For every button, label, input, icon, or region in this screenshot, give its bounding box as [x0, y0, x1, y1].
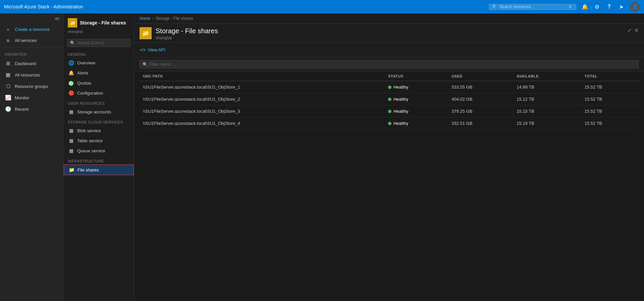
col-total[interactable]: TOTAL — [581, 71, 639, 81]
blob-icon: ▦ — [68, 128, 74, 133]
section-user-resources: USER RESOURCES — [64, 98, 134, 107]
nav-item-overview[interactable]: 🌐 Overview — [64, 58, 134, 68]
resource-groups-icon: ⬡ — [5, 83, 11, 89]
sidebar: ≪ + Create a resource ≡ All services FAV… — [0, 13, 64, 301]
status-dot — [388, 110, 391, 113]
cell-unc-path: \\SU1FileServer.azurestack.local\SU1_Obj… — [140, 81, 385, 93]
filter-bar: 🔍 — [134, 57, 644, 71]
cell-used: 404.02 GB — [448, 93, 513, 105]
expand-icon[interactable]: ⤢ — [627, 27, 632, 34]
breadcrumb-current: Storage - File shares — [156, 16, 193, 21]
table-wrap: UNC PATH STATUS USED AVAILABLE TOTAL \\S… — [134, 71, 644, 301]
status-dot — [388, 122, 391, 125]
sidebar-item-all-services[interactable]: ≡ All services — [0, 35, 63, 46]
favorites-label: FAVORITES — [0, 49, 63, 58]
view-api-button[interactable]: </> View API — [140, 46, 165, 54]
col-status[interactable]: STATUS — [385, 71, 448, 81]
status-text: Healthy — [393, 121, 408, 126]
feedback-icon[interactable]: ➤ — [616, 2, 626, 11]
cell-status: Healthy — [385, 117, 448, 130]
table-icon: ▦ — [68, 138, 74, 143]
configuration-icon: 🔴 — [68, 90, 74, 96]
filter-container[interactable]: 🔍 — [140, 60, 639, 68]
search-input[interactable] — [499, 4, 567, 9]
cell-used: 379.25 GB — [448, 105, 513, 117]
file-shares-icon: 📁 — [68, 167, 75, 172]
status-dot — [388, 86, 391, 89]
bars-icon: ≡ — [5, 38, 11, 43]
section-general: GENERAL — [64, 49, 134, 58]
sidebar-item-all-resources[interactable]: ▦ All resources — [0, 69, 63, 81]
nav-item-quotas[interactable]: ⬤ Quotas — [64, 78, 134, 88]
sidebar-item-create[interactable]: + Create a resource — [0, 24, 63, 35]
cell-unc-path: \\SU1FileServer.azurestack.local\SU1_Obj… — [140, 93, 385, 105]
filter-input[interactable] — [150, 62, 636, 67]
table-row[interactable]: \\SU1FileServer.azurestack.local\SU1_Obj… — [140, 93, 639, 105]
cell-available: 15.12 TB — [513, 93, 581, 105]
breadcrumb: Home › Storage - File shares — [134, 13, 644, 24]
status-dot — [388, 98, 391, 101]
help-icon[interactable]: ? — [604, 2, 614, 11]
breadcrumb-home[interactable]: Home — [140, 16, 150, 21]
status-text: Healthy — [393, 97, 408, 102]
cell-unc-path: \\SU1FileServer.azurestack.local\SU1_Obj… — [140, 117, 385, 130]
nav-search-icon: 🔍 — [70, 41, 75, 45]
sidebar-item-recent[interactable]: 🕐 Recent — [0, 103, 63, 115]
queue-icon: ▦ — [68, 148, 74, 153]
sidebar-item-resource-groups[interactable]: ⬡ Resource groups — [0, 81, 63, 92]
col-unc-path[interactable]: UNC PATH — [140, 71, 385, 81]
nav-item-storage-accounts[interactable]: ▦ Storage accounts — [64, 107, 134, 117]
cell-total: 15.52 TB — [581, 105, 639, 117]
cell-unc-path: \\SU1FileServer.azurestack.local\SU1_Obj… — [140, 105, 385, 117]
recent-icon: 🕐 — [5, 106, 11, 112]
page-title: Storage - File shares — [156, 27, 218, 35]
nav-item-blob-service[interactable]: ▦ Blob service — [64, 126, 134, 136]
table-row[interactable]: \\SU1FileServer.azurestack.local\SU1_Obj… — [140, 117, 639, 130]
nav-item-table-service[interactable]: ▦ Table service — [64, 136, 134, 146]
nav-item-alerts[interactable]: 🔔 Alerts — [64, 68, 134, 78]
search-close-icon[interactable]: ✕ — [569, 4, 572, 9]
dashboard-icon: ⊞ — [5, 60, 11, 66]
nav-item-queue-service[interactable]: ▦ Queue service — [64, 146, 134, 156]
col-used[interactable]: USED — [448, 71, 513, 81]
storage-icon: 📁 — [68, 18, 77, 28]
plus-icon: + — [5, 27, 11, 32]
table-row[interactable]: \\SU1FileServer.azurestack.local\SU1_Obj… — [140, 105, 639, 117]
cell-available: 15.15 TB — [513, 105, 581, 117]
sidebar-item-dashboard[interactable]: ⊞ Dashboard — [0, 58, 63, 69]
settings-icon[interactable]: ⚙ — [592, 2, 602, 11]
topbar: Microsoft Azure Stack - Administration 🔍… — [0, 0, 644, 13]
overview-icon: 🌐 — [68, 60, 74, 65]
col-available[interactable]: AVAILABLE — [513, 71, 581, 81]
nav-search[interactable]: 🔍 — [67, 39, 130, 47]
monitor-icon: 📈 — [5, 95, 11, 101]
cell-total: 15.52 TB — [581, 81, 639, 93]
sidebar-collapse-icon[interactable]: ≪ — [54, 15, 60, 22]
all-resources-icon: ▦ — [5, 72, 11, 78]
storage-accounts-icon: ▦ — [68, 109, 74, 114]
cell-available: 14.99 TB — [513, 81, 581, 93]
avatar[interactable]: 👤 — [630, 2, 640, 12]
content-area: Home › Storage - File shares 📁 Storage -… — [134, 13, 644, 301]
nav-search-input[interactable] — [77, 41, 127, 45]
nav-item-file-shares[interactable]: 📁 File shares — [64, 164, 134, 175]
app-title: Microsoft Azure Stack - Administration — [4, 4, 485, 9]
search-icon: 🔍 — [492, 4, 497, 9]
toolbar: </> View API — [134, 43, 644, 57]
table-row[interactable]: \\SU1FileServer.azurestack.local\SU1_Obj… — [140, 81, 639, 93]
sidebar-item-monitor[interactable]: 📈 Monitor — [0, 92, 63, 103]
quotas-icon: ⬤ — [68, 80, 74, 86]
file-shares-table: UNC PATH STATUS USED AVAILABLE TOTAL \\S… — [140, 71, 639, 130]
close-content-icon[interactable]: ✕ — [634, 27, 639, 34]
cell-total: 15.52 TB — [581, 117, 639, 130]
nav-item-configuration[interactable]: 🔴 Configuration — [64, 88, 134, 98]
section-storage-cloud: STORAGE CLOUD SERVICES — [64, 117, 134, 126]
content-header: 📁 Storage - File shares shanghai ⤢ ✕ — [134, 24, 644, 43]
table-header-row: UNC PATH STATUS USED AVAILABLE TOTAL — [140, 71, 639, 81]
nav-panel: 📁 Storage - File shares shanghai 🔍 GENER… — [64, 13, 134, 301]
filter-icon: 🔍 — [143, 62, 148, 67]
page-subtitle: shanghai — [156, 36, 218, 40]
page-icon: 📁 — [140, 27, 152, 39]
notifications-icon[interactable]: 🔔 — [580, 2, 590, 11]
search-box[interactable]: 🔍 ✕ — [489, 4, 576, 10]
